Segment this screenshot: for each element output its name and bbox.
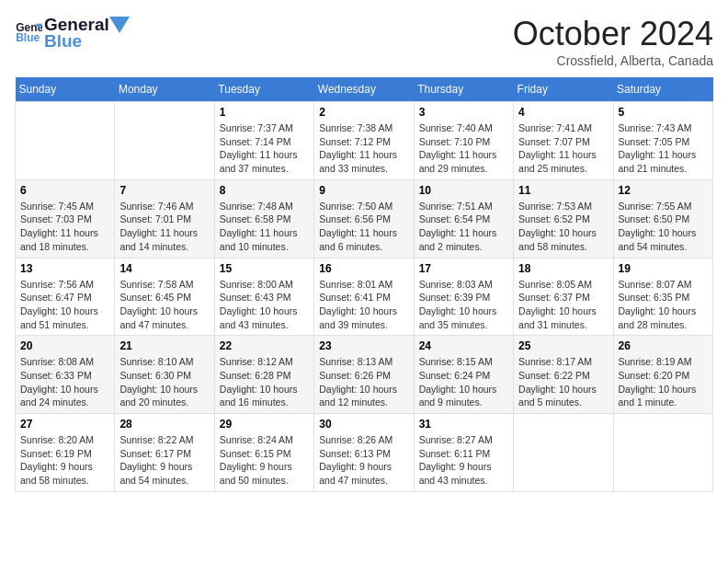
day-number: 22 xyxy=(220,339,309,352)
day-number: 17 xyxy=(419,262,508,275)
calendar-week-row: 1Sunrise: 7:37 AM Sunset: 7:14 PM Daylig… xyxy=(16,102,713,180)
day-number: 19 xyxy=(619,262,708,275)
day-detail: Sunrise: 7:51 AM Sunset: 6:54 PM Dayligh… xyxy=(419,200,508,254)
day-number: 12 xyxy=(619,184,708,197)
day-detail: Sunrise: 7:48 AM Sunset: 6:58 PM Dayligh… xyxy=(220,200,309,254)
day-number: 11 xyxy=(518,184,608,197)
day-number: 26 xyxy=(619,339,708,352)
day-detail: Sunrise: 8:19 AM Sunset: 6:20 PM Dayligh… xyxy=(619,355,708,409)
day-detail: Sunrise: 7:40 AM Sunset: 7:10 PM Dayligh… xyxy=(419,121,508,176)
month-title: October 2024 xyxy=(513,15,713,53)
location: Crossfield, Alberta, Canada xyxy=(513,53,713,68)
calendar-week-row: 6Sunrise: 7:45 AM Sunset: 7:03 PM Daylig… xyxy=(16,179,713,258)
calendar-cell: 21Sunrise: 8:10 AM Sunset: 6:30 PM Dayli… xyxy=(115,336,214,414)
day-detail: Sunrise: 7:37 AM Sunset: 7:14 PM Dayligh… xyxy=(220,121,309,176)
calendar-cell: 22Sunrise: 8:12 AM Sunset: 6:28 PM Dayli… xyxy=(214,336,313,414)
day-detail: Sunrise: 7:53 AM Sunset: 6:52 PM Dayligh… xyxy=(518,200,608,254)
calendar-cell: 12Sunrise: 7:55 AM Sunset: 6:50 PM Dayli… xyxy=(613,179,712,258)
day-detail: Sunrise: 8:03 AM Sunset: 6:39 PM Dayligh… xyxy=(419,278,508,332)
calendar-cell: 17Sunrise: 8:03 AM Sunset: 6:39 PM Dayli… xyxy=(414,258,513,336)
day-number: 8 xyxy=(220,184,309,197)
day-number: 21 xyxy=(119,339,209,352)
calendar-cell: 6Sunrise: 7:45 AM Sunset: 7:03 PM Daylig… xyxy=(16,179,115,258)
day-number: 15 xyxy=(220,262,309,275)
day-detail: Sunrise: 8:22 AM Sunset: 6:17 PM Dayligh… xyxy=(119,433,209,488)
calendar-cell: 30Sunrise: 8:26 AM Sunset: 6:13 PM Dayli… xyxy=(314,414,414,492)
calendar-cell: 25Sunrise: 8:17 AM Sunset: 6:22 PM Dayli… xyxy=(514,336,613,414)
calendar-cell: 19Sunrise: 8:07 AM Sunset: 6:35 PM Dayli… xyxy=(613,258,712,336)
col-header-friday: Friday xyxy=(514,77,613,102)
calendar-cell: 28Sunrise: 8:22 AM Sunset: 6:17 PM Dayli… xyxy=(115,414,214,492)
day-number: 30 xyxy=(319,418,408,431)
col-header-tuesday: Tuesday xyxy=(214,77,313,102)
col-header-thursday: Thursday xyxy=(414,77,513,102)
col-header-wednesday: Wednesday xyxy=(314,77,414,102)
day-number: 23 xyxy=(319,339,408,352)
day-number: 16 xyxy=(319,262,408,275)
day-detail: Sunrise: 7:50 AM Sunset: 6:56 PM Dayligh… xyxy=(319,200,408,254)
calendar-header-row: SundayMondayTuesdayWednesdayThursdayFrid… xyxy=(16,77,713,102)
calendar-cell: 9Sunrise: 7:50 AM Sunset: 6:56 PM Daylig… xyxy=(314,179,414,258)
calendar-cell: 16Sunrise: 8:01 AM Sunset: 6:41 PM Dayli… xyxy=(314,258,414,336)
day-detail: Sunrise: 7:45 AM Sunset: 7:03 PM Dayligh… xyxy=(20,200,109,254)
calendar-cell: 20Sunrise: 8:08 AM Sunset: 6:33 PM Dayli… xyxy=(16,336,115,414)
day-number: 24 xyxy=(419,339,508,352)
day-detail: Sunrise: 8:17 AM Sunset: 6:22 PM Dayligh… xyxy=(518,355,608,409)
day-number: 7 xyxy=(119,184,209,197)
col-header-saturday: Saturday xyxy=(613,77,712,102)
day-detail: Sunrise: 7:43 AM Sunset: 7:05 PM Dayligh… xyxy=(619,121,708,176)
day-number: 13 xyxy=(20,262,109,275)
calendar-cell: 5Sunrise: 7:43 AM Sunset: 7:05 PM Daylig… xyxy=(613,102,712,180)
calendar-cell xyxy=(514,414,613,492)
day-number: 31 xyxy=(419,418,508,431)
calendar-cell: 14Sunrise: 7:58 AM Sunset: 6:45 PM Dayli… xyxy=(115,258,214,336)
day-detail: Sunrise: 8:00 AM Sunset: 6:43 PM Dayligh… xyxy=(220,278,309,332)
calendar-cell: 24Sunrise: 8:15 AM Sunset: 6:24 PM Dayli… xyxy=(414,336,513,414)
calendar-cell xyxy=(115,102,214,180)
day-number: 2 xyxy=(319,106,408,119)
calendar-week-row: 13Sunrise: 7:56 AM Sunset: 6:47 PM Dayli… xyxy=(16,258,713,336)
day-detail: Sunrise: 7:38 AM Sunset: 7:12 PM Dayligh… xyxy=(319,121,408,176)
calendar-cell: 10Sunrise: 7:51 AM Sunset: 6:54 PM Dayli… xyxy=(414,179,513,258)
day-detail: Sunrise: 8:24 AM Sunset: 6:15 PM Dayligh… xyxy=(220,433,309,488)
day-number: 4 xyxy=(518,106,608,119)
calendar-week-row: 27Sunrise: 8:20 AM Sunset: 6:19 PM Dayli… xyxy=(16,414,713,492)
calendar-cell: 8Sunrise: 7:48 AM Sunset: 6:58 PM Daylig… xyxy=(214,179,313,258)
day-detail: Sunrise: 8:13 AM Sunset: 6:26 PM Dayligh… xyxy=(319,355,408,409)
day-number: 6 xyxy=(20,184,109,197)
calendar-table: SundayMondayTuesdayWednesdayThursdayFrid… xyxy=(15,77,713,492)
calendar-cell: 27Sunrise: 8:20 AM Sunset: 6:19 PM Dayli… xyxy=(16,414,115,492)
calendar-cell: 13Sunrise: 7:56 AM Sunset: 6:47 PM Dayli… xyxy=(16,258,115,336)
day-detail: Sunrise: 8:15 AM Sunset: 6:24 PM Dayligh… xyxy=(419,355,508,409)
day-number: 5 xyxy=(619,106,708,119)
day-detail: Sunrise: 8:10 AM Sunset: 6:30 PM Dayligh… xyxy=(119,355,209,409)
calendar-cell: 26Sunrise: 8:19 AM Sunset: 6:20 PM Dayli… xyxy=(613,336,712,414)
day-number: 28 xyxy=(119,418,209,431)
calendar-cell: 1Sunrise: 7:37 AM Sunset: 7:14 PM Daylig… xyxy=(214,102,313,180)
calendar-cell xyxy=(16,102,115,180)
calendar-cell: 29Sunrise: 8:24 AM Sunset: 6:15 PM Dayli… xyxy=(214,414,313,492)
logo-icon: General Blue xyxy=(15,19,42,47)
calendar-cell xyxy=(613,414,712,492)
day-number: 29 xyxy=(220,418,309,431)
day-number: 3 xyxy=(419,106,508,119)
day-detail: Sunrise: 7:55 AM Sunset: 6:50 PM Dayligh… xyxy=(619,200,708,254)
day-detail: Sunrise: 7:58 AM Sunset: 6:45 PM Dayligh… xyxy=(119,278,209,332)
calendar-cell: 11Sunrise: 7:53 AM Sunset: 6:52 PM Dayli… xyxy=(514,179,613,258)
day-detail: Sunrise: 8:07 AM Sunset: 6:35 PM Dayligh… xyxy=(619,278,708,332)
day-number: 14 xyxy=(119,262,209,275)
page-header: General Blue General Blue October 2024 C… xyxy=(15,15,713,68)
calendar-cell: 2Sunrise: 7:38 AM Sunset: 7:12 PM Daylig… xyxy=(314,102,414,180)
day-detail: Sunrise: 7:46 AM Sunset: 7:01 PM Dayligh… xyxy=(119,200,209,254)
calendar-cell: 4Sunrise: 7:41 AM Sunset: 7:07 PM Daylig… xyxy=(514,102,613,180)
day-number: 10 xyxy=(419,184,508,197)
calendar-cell: 23Sunrise: 8:13 AM Sunset: 6:26 PM Dayli… xyxy=(314,336,414,414)
day-detail: Sunrise: 7:56 AM Sunset: 6:47 PM Dayligh… xyxy=(20,278,109,332)
day-number: 27 xyxy=(20,418,109,431)
day-detail: Sunrise: 8:20 AM Sunset: 6:19 PM Dayligh… xyxy=(20,433,109,488)
day-detail: Sunrise: 7:41 AM Sunset: 7:07 PM Dayligh… xyxy=(518,121,608,176)
col-header-monday: Monday xyxy=(115,77,214,102)
calendar-cell: 31Sunrise: 8:27 AM Sunset: 6:11 PM Dayli… xyxy=(414,414,513,492)
day-number: 25 xyxy=(518,339,608,352)
day-detail: Sunrise: 8:27 AM Sunset: 6:11 PM Dayligh… xyxy=(419,433,508,488)
